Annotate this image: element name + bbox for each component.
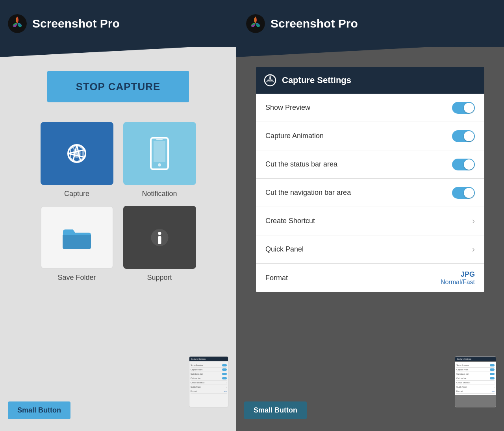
svg-rect-11	[156, 139, 163, 140]
settings-card-header: Capture Settings	[256, 67, 484, 94]
settings-row-capture-animation[interactable]: Capture Animation	[256, 122, 484, 150]
phone-icon	[148, 136, 171, 171]
info-icon	[149, 227, 170, 248]
save-folder-label: Save Folder	[57, 274, 96, 282]
left-header: Screenshot Pro	[0, 0, 236, 47]
small-button-right[interactable]: Small Button	[244, 401, 307, 419]
main-grid: Capture Notification	[39, 122, 197, 282]
right-panel: Screenshot Pro Capture S	[236, 0, 504, 431]
support-item[interactable]: Support	[122, 206, 197, 282]
folder-icon	[61, 225, 93, 250]
show-preview-label: Show Preview	[265, 104, 310, 112]
settings-row-status-bar[interactable]: Cut the status bar area	[256, 150, 484, 179]
support-icon-bg	[123, 206, 196, 269]
format-top: JPG	[441, 270, 475, 279]
status-bar-toggle[interactable]	[452, 159, 475, 170]
quick-panel-label: Quick Panel	[265, 245, 304, 253]
settings-row-nav-bar[interactable]: Cut the navigation bar area	[256, 179, 484, 207]
nav-bar-label: Cut the navigation bar area	[265, 189, 351, 197]
capture-item[interactable]: Capture	[39, 122, 114, 198]
create-shortcut-chevron: ›	[472, 216, 475, 226]
aperture-icon	[61, 138, 93, 169]
save-folder-item[interactable]: Save Folder	[39, 206, 114, 282]
settings-row-create-shortcut[interactable]: Create Shortcut ›	[256, 207, 484, 235]
left-panel: Screenshot Pro STOP CAPTURE	[0, 0, 236, 431]
settings-header-icon	[264, 74, 276, 87]
format-bottom: Normal/Fast	[441, 279, 475, 286]
capture-icon-bg	[41, 122, 113, 185]
app-name-right: Screenshot Pro	[271, 17, 358, 30]
show-preview-toggle[interactable]	[452, 102, 475, 114]
format-value: JPG Normal/Fast	[441, 270, 475, 286]
svg-rect-15	[158, 236, 161, 244]
small-button-left[interactable]: Small Button	[8, 401, 70, 419]
quick-panel-chevron: ›	[472, 244, 475, 255]
svg-point-12	[158, 163, 161, 166]
stop-capture-button[interactable]: STOP CAPTURE	[47, 71, 189, 102]
settings-row-show-preview[interactable]: Show Preview	[256, 94, 484, 122]
capture-label: Capture	[64, 190, 89, 198]
settings-card-title: Capture Settings	[282, 75, 351, 85]
app-logo-left	[8, 14, 27, 33]
svg-rect-10	[154, 141, 165, 162]
settings-row-quick-panel[interactable]: Quick Panel ›	[256, 235, 484, 264]
create-shortcut-label: Create Shortcut	[265, 217, 315, 225]
app-logo-right	[246, 14, 265, 33]
capture-animation-toggle[interactable]	[452, 130, 475, 142]
right-header: Screenshot Pro	[236, 0, 504, 47]
settings-row-format[interactable]: Format JPG Normal/Fast	[256, 264, 484, 292]
notification-icon-bg	[123, 122, 196, 185]
svg-point-14	[158, 232, 161, 235]
format-label: Format	[265, 274, 288, 282]
nav-bar-toggle[interactable]	[452, 187, 475, 199]
notification-label: Notification	[142, 190, 177, 198]
thumbnail-preview-right: Capture Settings Show Preview Capture An…	[455, 356, 496, 407]
folder-icon-bg	[41, 206, 113, 269]
app-name-left: Screenshot Pro	[32, 17, 120, 30]
support-label: Support	[147, 274, 172, 282]
thumbnail-preview-left: Capture Settings Show Preview Capture An…	[189, 356, 228, 407]
capture-animation-label: Capture Animation	[265, 132, 324, 140]
settings-card: Capture Settings Show Preview Capture An…	[256, 67, 484, 292]
notification-item[interactable]: Notification	[122, 122, 197, 198]
status-bar-label: Cut the status bar area	[265, 160, 337, 168]
